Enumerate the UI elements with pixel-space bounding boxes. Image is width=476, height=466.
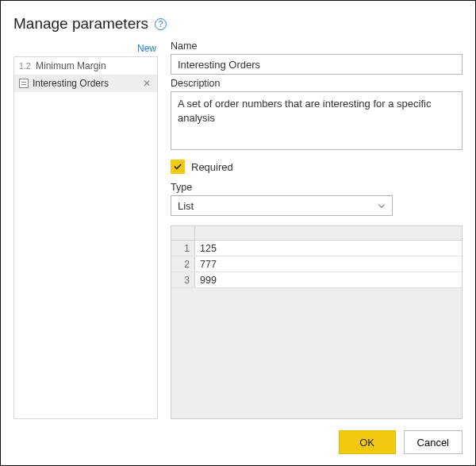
delete-parameter-icon[interactable]: ✕ bbox=[141, 78, 152, 89]
dialog-title: Manage parameters bbox=[13, 15, 148, 33]
sidebar-toolbar: New bbox=[13, 40, 158, 56]
dialog-body: New 1.2 Minimum Margin Interesting Order… bbox=[13, 40, 463, 419]
new-parameter-link[interactable]: New bbox=[137, 43, 156, 54]
ok-button[interactable]: OK bbox=[339, 430, 396, 454]
row-number: 3 bbox=[171, 272, 195, 287]
cancel-button[interactable]: Cancel bbox=[404, 430, 463, 454]
grid-cell[interactable]: 125 bbox=[195, 241, 462, 256]
values-grid[interactable]: 1 125 2 777 3 999 bbox=[171, 225, 463, 419]
grid-corner bbox=[171, 226, 195, 240]
check-icon bbox=[173, 162, 182, 171]
type-select-value: List bbox=[178, 200, 194, 212]
help-icon[interactable]: ? bbox=[155, 18, 167, 30]
parameter-item-interesting-orders[interactable]: Interesting Orders ✕ bbox=[14, 75, 157, 92]
decimal-icon: 1.2 bbox=[19, 61, 32, 71]
grid-header-cell bbox=[195, 226, 462, 240]
parameter-list: 1.2 Minimum Margin Interesting Orders ✕ bbox=[13, 56, 158, 419]
type-select[interactable]: List bbox=[171, 195, 393, 216]
parameter-sidebar: New 1.2 Minimum Margin Interesting Order… bbox=[13, 40, 158, 419]
required-checkbox[interactable] bbox=[171, 160, 185, 174]
grid-cell[interactable]: 999 bbox=[195, 272, 462, 287]
description-label: Description bbox=[171, 78, 463, 89]
dialog-footer: OK Cancel bbox=[13, 430, 463, 454]
grid-body: 1 125 2 777 3 999 bbox=[171, 241, 462, 418]
name-label: Name bbox=[171, 40, 463, 52]
grid-row[interactable]: 2 777 bbox=[171, 256, 462, 272]
description-input[interactable]: A set of order numbers that are interest… bbox=[171, 91, 463, 150]
row-number: 2 bbox=[171, 256, 195, 272]
grid-cell[interactable]: 777 bbox=[195, 256, 462, 272]
row-number: 1 bbox=[171, 241, 195, 256]
grid-header bbox=[171, 226, 462, 241]
parameter-item-minimum-margin[interactable]: 1.2 Minimum Margin bbox=[14, 57, 157, 75]
manage-parameters-dialog: Manage parameters ? New 1.2 Minimum Marg… bbox=[0, 0, 476, 466]
chevron-down-icon bbox=[376, 200, 387, 211]
list-icon bbox=[19, 79, 29, 88]
grid-row[interactable]: 1 125 bbox=[171, 241, 462, 256]
parameter-item-label: Interesting Orders bbox=[33, 78, 137, 89]
type-label: Type bbox=[171, 182, 463, 193]
required-label: Required bbox=[191, 161, 233, 173]
grid-row[interactable]: 3 999 bbox=[171, 272, 462, 288]
required-row: Required bbox=[171, 160, 463, 174]
name-input[interactable] bbox=[171, 54, 463, 75]
dialog-header: Manage parameters ? bbox=[13, 15, 463, 33]
parameter-form: Name Description A set of order numbers … bbox=[171, 40, 463, 419]
parameter-item-label: Minimum Margin bbox=[36, 60, 152, 71]
